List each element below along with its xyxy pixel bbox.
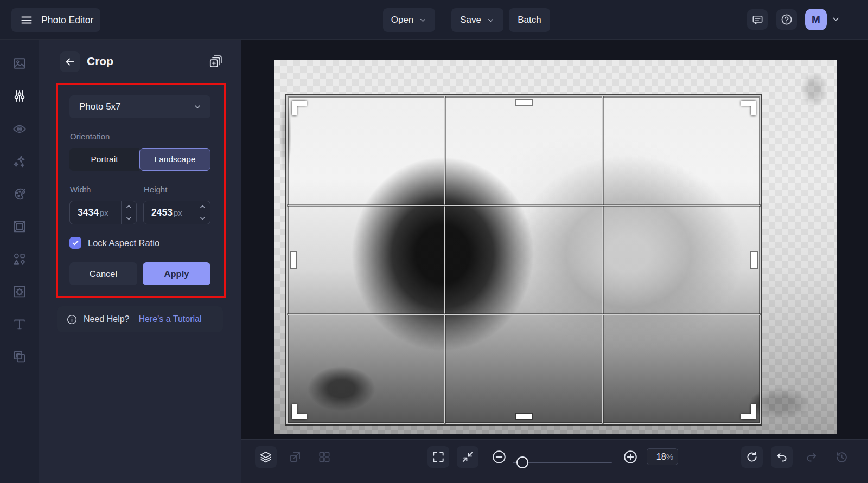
- help-banner: Need Help? Here's a Tutorial: [57, 306, 223, 332]
- orientation-label: Orientation: [70, 132, 110, 141]
- comment-bubble-icon: [751, 14, 764, 26]
- crop-selection-frame[interactable]: [286, 95, 761, 424]
- undo-button[interactable]: [771, 446, 793, 468]
- user-avatar[interactable]: M: [805, 9, 827, 30]
- account-menu-chevron-icon[interactable]: [831, 15, 840, 24]
- image-canvas[interactable]: [274, 60, 837, 434]
- crop-handle-top[interactable]: [516, 100, 532, 105]
- height-increment-button[interactable]: [195, 201, 210, 212]
- sidebar-item-frames[interactable]: [12, 219, 27, 234]
- cancel-button[interactable]: Cancel: [69, 262, 137, 285]
- fullscreen-button[interactable]: [427, 446, 449, 468]
- crop-handle-bottom-right[interactable]: [741, 404, 756, 419]
- save-button[interactable]: Save: [451, 8, 503, 32]
- zoom-out-button[interactable]: [490, 448, 508, 466]
- overlays-icon: [12, 349, 27, 364]
- crop-handle-bottom-left[interactable]: [292, 404, 307, 419]
- apply-button[interactable]: Apply: [143, 262, 210, 285]
- lock-aspect-ratio-label: Lock Aspect Ratio: [88, 238, 159, 248]
- tutorial-link[interactable]: Here's a Tutorial: [139, 314, 202, 324]
- batch-label: Batch: [518, 15, 541, 25]
- help-text: Need Help?: [84, 314, 130, 324]
- redo-icon: [805, 450, 819, 464]
- resize-icon: [288, 450, 302, 464]
- crop-handle-left[interactable]: [291, 252, 296, 268]
- sidebar-item-textures[interactable]: [12, 284, 27, 299]
- zoom-in-button[interactable]: [622, 448, 639, 466]
- photo-editor-app: Photo Editor Open Save Batch: [0, 0, 868, 483]
- graphics-shapes-icon: [12, 252, 27, 267]
- zoom-slider-knob[interactable]: [516, 456, 528, 468]
- zoom-level-value: 18: [656, 452, 666, 462]
- orientation-toggle: Portrait Landscape: [69, 148, 210, 171]
- sidebar-item-touchup[interactable]: [12, 121, 27, 137]
- orientation-portrait-button[interactable]: Portrait: [69, 148, 139, 171]
- grid-icon: [317, 450, 331, 464]
- crop-handle-right[interactable]: [751, 252, 757, 268]
- sidebar-item-edit[interactable]: [12, 88, 27, 104]
- image-manager-icon: [12, 56, 27, 71]
- lock-aspect-ratio-row[interactable]: Lock Aspect Ratio: [69, 237, 159, 249]
- sidebar-item-text[interactable]: [12, 317, 27, 332]
- sidebar-item-image-manager[interactable]: [12, 56, 27, 71]
- help-button[interactable]: [776, 9, 797, 30]
- zoom-level-input[interactable]: 18 %: [647, 448, 678, 465]
- undo-icon: [775, 450, 789, 464]
- lock-aspect-ratio-checkbox[interactable]: [69, 237, 81, 249]
- width-stepper: [121, 201, 136, 224]
- hamburger-icon: [20, 13, 34, 27]
- edit-sliders-icon: [12, 88, 27, 104]
- touchup-eye-icon: [12, 121, 27, 137]
- sidebar-item-graphics[interactable]: [12, 252, 27, 267]
- bottom-toolbar: 18 %: [241, 439, 868, 483]
- main-menu-button[interactable]: Photo Editor: [11, 8, 100, 32]
- history-clock-icon: [834, 450, 848, 464]
- fit-to-screen-button[interactable]: [457, 446, 478, 468]
- crop-preset-value: Photo 5x7: [79, 101, 121, 112]
- history-button[interactable]: [831, 446, 852, 468]
- rotate-refresh-icon: [745, 450, 759, 464]
- height-stepper: [195, 201, 210, 224]
- panel-title: Crop: [87, 55, 113, 68]
- height-value: 2453: [144, 207, 173, 218]
- crop-handle-top-left[interactable]: [292, 101, 307, 115]
- crop-gridline-horizontal-2: [288, 314, 760, 315]
- batch-button[interactable]: Batch: [509, 8, 550, 32]
- reset-button[interactable]: [741, 446, 763, 468]
- sidebar-item-artsy[interactable]: [12, 186, 27, 202]
- height-unit: px: [174, 208, 195, 217]
- width-increment-button[interactable]: [122, 201, 136, 212]
- orientation-landscape-button[interactable]: Landscape: [139, 148, 210, 171]
- open-label: Open: [391, 15, 414, 25]
- effects-sparkles-icon: [12, 154, 27, 169]
- width-decrement-button[interactable]: [122, 212, 136, 224]
- crop-handle-bottom[interactable]: [516, 414, 532, 419]
- open-button[interactable]: Open: [383, 8, 435, 32]
- width-input[interactable]: 3434 px: [69, 201, 137, 224]
- redo-button[interactable]: [801, 446, 822, 468]
- fit-to-screen-icon: [461, 450, 475, 464]
- resize-button[interactable]: [284, 446, 306, 468]
- back-button[interactable]: [60, 51, 80, 72]
- textures-pattern-icon: [12, 284, 27, 299]
- sidebar-item-effects[interactable]: [12, 154, 27, 169]
- width-unit: px: [100, 208, 121, 217]
- height-input[interactable]: 2453 px: [143, 201, 210, 224]
- artsy-palette-icon: [12, 186, 27, 202]
- avatar-initial: M: [812, 14, 820, 25]
- check-icon: [72, 239, 79, 247]
- grid-view-button[interactable]: [314, 446, 335, 468]
- height-label: Height: [144, 185, 167, 194]
- width-label: Width: [70, 185, 91, 194]
- app-title: Photo Editor: [41, 15, 93, 26]
- height-decrement-button[interactable]: [195, 212, 210, 224]
- crop-preset-select[interactable]: Photo 5x7: [69, 95, 210, 118]
- layers-button[interactable]: [255, 446, 277, 468]
- layers-icon: [259, 450, 273, 464]
- feedback-button[interactable]: [747, 9, 768, 30]
- copy-to-batch-button[interactable]: [208, 55, 222, 69]
- sidebar-item-overlays[interactable]: [12, 349, 27, 364]
- canvas-area: [241, 40, 868, 439]
- chevron-down-icon: [487, 16, 495, 24]
- crop-handle-top-right[interactable]: [741, 101, 756, 115]
